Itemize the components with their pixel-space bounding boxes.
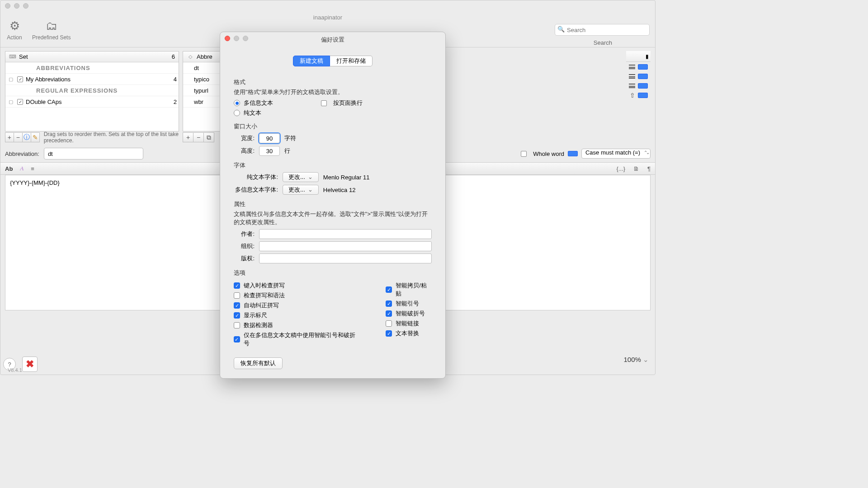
drag-icon: ▢ xyxy=(7,76,14,82)
indicator-row xyxy=(626,62,651,71)
search-field[interactable]: 🔍 xyxy=(555,24,650,36)
set-row-my-abbreviations[interactable]: ▢ ✓ My Abbreviations 4 xyxy=(5,74,179,85)
minimize-icon[interactable] xyxy=(234,36,239,41)
section-options: 选项 xyxy=(234,269,432,277)
radio-plain-text[interactable] xyxy=(234,110,240,116)
minimize-icon[interactable] xyxy=(14,3,19,9)
change-plain-font-button[interactable]: 更改... xyxy=(283,172,319,182)
section-regex: REGULAR EXPRESSIONS xyxy=(5,85,179,96)
tag-icon xyxy=(638,64,648,70)
rich-font-label: 多信息文本字体: xyxy=(234,186,278,194)
height-label: 高度: xyxy=(234,147,255,155)
tag-icon xyxy=(638,83,648,89)
search-icon: 🔍 xyxy=(557,26,565,33)
abbreviation-label: Abbreviation: xyxy=(5,150,39,157)
cb-check-grammar[interactable] xyxy=(234,292,240,299)
tag-icon xyxy=(638,93,648,98)
sets-pane: ⌨ Set 6 ABBREVIATIONS ▢ ✓ My Abbreviatio… xyxy=(5,51,179,141)
chart-header-icon[interactable]: ▮ xyxy=(626,51,651,62)
add-abbr-button[interactable]: + xyxy=(183,132,193,142)
indicator-row xyxy=(626,81,651,90)
folder-icon: 🗂 xyxy=(42,18,61,34)
search-label: Search xyxy=(594,39,612,46)
lines-icon xyxy=(629,65,635,69)
search-input[interactable] xyxy=(555,24,650,36)
disable-button[interactable]: ✖ xyxy=(22,357,38,372)
height-input[interactable] xyxy=(259,146,280,156)
shift-icon: ⇧ xyxy=(630,92,635,99)
close-icon[interactable] xyxy=(5,3,10,9)
whole-word-checkbox[interactable] xyxy=(521,151,527,157)
set-row-double-caps[interactable]: ▢ ✓ DOuble CAps 2 xyxy=(5,96,179,108)
placeholder-button[interactable]: {...} xyxy=(616,165,625,172)
indicator-row: ⇧ xyxy=(626,91,651,100)
cb-smart-links[interactable] xyxy=(386,320,392,327)
section-format: 格式 xyxy=(234,78,432,86)
checkbox-page-wrap[interactable] xyxy=(321,100,327,106)
duplicate-abbr-button[interactable]: ⧉ xyxy=(203,132,214,142)
document-icon[interactable]: 🗎 xyxy=(633,165,639,172)
abbreviation-input[interactable] xyxy=(44,148,143,160)
cb-smart-dashes[interactable] xyxy=(386,310,392,317)
author-label: 作者: xyxy=(234,230,255,238)
prefs-title: 偏好设置 xyxy=(220,32,445,44)
copyright-input[interactable] xyxy=(259,253,432,263)
tab-new-document[interactable]: 新建文稿 xyxy=(293,56,330,66)
zoom-menu[interactable]: 100% xyxy=(623,356,649,364)
tag-icon xyxy=(568,151,578,156)
diamond-icon: ◇ xyxy=(187,54,194,60)
plain-font-label: 纯文本字体: xyxy=(234,173,278,181)
font-style-icon[interactable]: A xyxy=(20,165,24,172)
close-icon[interactable] xyxy=(225,36,230,41)
indicator-row xyxy=(626,72,651,81)
cb-smart-paste[interactable] xyxy=(386,286,392,293)
cb-show-ruler[interactable] xyxy=(234,312,240,319)
info-button[interactable]: ⓘ xyxy=(22,132,31,142)
zoom-icon[interactable] xyxy=(23,3,28,9)
zoom-icon[interactable] xyxy=(243,36,248,41)
width-input[interactable] xyxy=(259,133,280,143)
remove-abbr-button[interactable]: − xyxy=(193,132,204,142)
restore-defaults-button[interactable]: 恢复所有默认 xyxy=(234,357,283,369)
window-title: inaapinator xyxy=(313,14,342,21)
align-left-icon[interactable]: ≡ xyxy=(31,165,34,172)
gear-icon: ⚙ xyxy=(5,18,24,34)
cb-rich-only-smart[interactable] xyxy=(234,336,240,343)
width-label: 宽度: xyxy=(234,134,255,142)
author-input[interactable] xyxy=(259,229,432,239)
tab-open-save[interactable]: 打开和存储 xyxy=(330,56,373,66)
section-font: 字体 xyxy=(234,161,432,169)
radio-rich-text[interactable] xyxy=(234,100,240,106)
copyright-label: 版权: xyxy=(234,254,255,263)
add-set-button[interactable]: + xyxy=(5,132,14,142)
checkbox-enabled[interactable]: ✓ xyxy=(17,76,23,82)
cb-data-detect[interactable] xyxy=(234,322,240,328)
tab-ab[interactable]: Ab xyxy=(5,165,13,172)
org-input[interactable] xyxy=(259,241,432,251)
tools-button[interactable]: ✎ xyxy=(31,132,40,142)
preferences-dialog: 偏好设置 新建文稿 打开和存储 格式 使用"格式"菜单来为打开的文稿选取设置。 … xyxy=(220,32,446,379)
lines-icon xyxy=(629,74,635,79)
editor-content: {YYYY}-{MM}-{DD} xyxy=(10,179,60,186)
window-controls xyxy=(0,0,655,11)
drag-icon: ▢ xyxy=(7,99,14,105)
cb-text-replace[interactable] xyxy=(386,330,392,337)
rich-font-value: Helvetica 12 xyxy=(323,187,356,193)
toolbar-predefined-sets[interactable]: 🗂 Predefined Sets xyxy=(32,18,71,41)
toolbar-action[interactable]: ⚙ Action xyxy=(5,18,24,41)
sets-hint: Drag sets to reorder them. Sets at the t… xyxy=(39,131,179,144)
keyboard-icon: ⌨ xyxy=(9,54,16,60)
cb-smart-quotes[interactable] xyxy=(386,300,392,307)
remove-set-button[interactable]: − xyxy=(14,132,23,142)
prefs-tabs: 新建文稿 打开和存储 xyxy=(220,56,445,66)
sets-header[interactable]: ⌨ Set 6 xyxy=(5,52,179,62)
paragraph-icon[interactable]: ¶ xyxy=(647,165,651,172)
change-rich-font-button[interactable]: 更改... xyxy=(283,185,319,195)
checkbox-enabled[interactable]: ✓ xyxy=(17,99,23,105)
cb-autocorrect[interactable] xyxy=(234,302,240,309)
cb-check-spelling[interactable] xyxy=(234,282,240,289)
format-desc: 使用"格式"菜单来为打开的文稿选取设置。 xyxy=(234,88,432,96)
org-label: 组织: xyxy=(234,242,255,250)
indicators-column: ▮ ⇧ xyxy=(626,51,651,141)
case-match-select[interactable]: Case must match (=) xyxy=(581,149,651,159)
